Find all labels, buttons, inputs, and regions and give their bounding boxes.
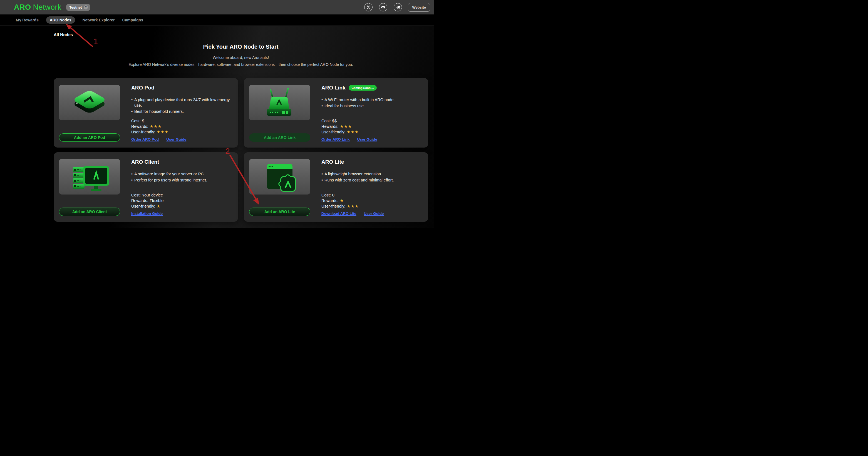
user-friendly-stars: ★★★ — [347, 204, 359, 208]
section-title-all-nodes: All Nodes — [54, 32, 73, 37]
aro-lite-device-image — [249, 159, 310, 195]
aro-client-device-image — [59, 159, 120, 195]
cost-label: Cost: — [131, 193, 141, 197]
rewards-stars: ★★★ — [150, 124, 161, 129]
nav-item-aro-nodes[interactable]: ARO Nodes — [46, 17, 75, 24]
logo-aro: ARO — [14, 3, 31, 12]
rewards-label: Rewards: — [131, 124, 148, 129]
cost-value: $ — [142, 119, 144, 123]
telegram-icon[interactable] — [394, 3, 402, 11]
card-stats: Cost:Your device Rewards:Flexible User-f… — [131, 192, 163, 209]
add-aro-lite-button[interactable]: Add an ARO Lite — [249, 207, 310, 216]
user-friendly-label: User-friendly: — [321, 204, 345, 208]
aro-network-logo[interactable]: ARO Network — [14, 3, 61, 12]
aro-pod-device-image — [59, 85, 120, 120]
cost-label: Cost: — [321, 119, 331, 123]
card-bullets: A software image for your server or PC. … — [131, 171, 232, 184]
website-button[interactable]: Website — [408, 3, 430, 12]
app-header: ARO Network Testnet ? Website — [0, 0, 434, 14]
coming-soon-badge: Coming Soon ... — [349, 85, 377, 91]
help-icon[interactable]: ? — [84, 5, 88, 9]
add-aro-client-button[interactable]: Add an ARO Client — [59, 207, 120, 216]
card-aro-pod-info: ARO Pod A plug-and-play device that runs… — [131, 85, 232, 142]
card-stats: Cost:$$ Rewards:★★★ User-friendly:★★★ — [321, 118, 359, 135]
card-stats: Cost:$ Rewards:★★★ User-friendly:★★★ — [131, 118, 169, 135]
card-aro-client: Add an ARO Client ARO Client A software … — [54, 152, 238, 222]
testnet-label: Testnet — [69, 5, 82, 9]
order-aro-pod-link[interactable]: Order ARO Pod — [131, 137, 159, 141]
card-links: Installation Guide — [131, 211, 163, 216]
card-stats: Cost:0 Rewards:★ User-friendly:★★★ — [321, 192, 359, 209]
installation-guide-link[interactable]: Installation Guide — [131, 211, 163, 216]
header-actions: Website — [364, 3, 430, 12]
order-aro-link-link[interactable]: Order ARO Link — [321, 137, 350, 141]
rewards-stars: ★★★ — [340, 124, 352, 129]
card-links: Download ARO Lite User Guide — [321, 211, 384, 216]
user-guide-link[interactable]: User Guide — [357, 137, 377, 141]
aro-network-page: ARO Network Testnet ? Website My Rewards… — [0, 0, 434, 228]
add-aro-link-button[interactable]: Add an ARO Link — [249, 133, 310, 142]
bullet-item: A plug-and-play device that runs 24/7 wi… — [131, 97, 232, 108]
card-bullets: A lightweight browser extension. Runs wi… — [321, 171, 422, 184]
card-aro-link-info: ARO Link Coming Soon ... A Wi-Fi router … — [321, 85, 422, 142]
bullet-item: Perfect for pro users with strong intern… — [131, 177, 232, 183]
testnet-badge: Testnet ? — [66, 4, 90, 11]
add-aro-pod-button[interactable]: Add an ARO Pod — [59, 133, 120, 142]
user-friendly-stars: ★ — [157, 204, 160, 208]
nav-item-campaigns[interactable]: Campaigns — [122, 18, 143, 22]
cost-value: $$ — [332, 119, 337, 123]
nav-item-network-explorer[interactable]: Network Explorer — [83, 18, 115, 22]
card-title: ARO Lite — [321, 159, 344, 165]
user-friendly-stars: ★★★ — [157, 129, 168, 134]
hero-subtitle-2: Explore ARO Network’s diverse nodes—hard… — [48, 62, 434, 67]
user-guide-link[interactable]: User Guide — [364, 211, 384, 216]
rewards-value: Flexible — [150, 198, 163, 203]
user-friendly-stars: ★★★ — [347, 129, 359, 134]
rewards-label: Rewards: — [131, 198, 148, 203]
user-friendly-label: User-friendly: — [131, 204, 155, 208]
discord-icon[interactable] — [379, 3, 387, 11]
rewards-stars: ★ — [340, 198, 344, 203]
rewards-label: Rewards: — [321, 198, 338, 203]
card-aro-pod: Add an ARO Pod ARO Pod A plug-and-play d… — [54, 78, 238, 148]
card-links: Order ARO Pod User Guide — [131, 137, 186, 141]
card-aro-lite-info: ARO Lite A lightweight browser extension… — [321, 159, 422, 216]
bullet-item: Runs with zero cost and minimal effort. — [321, 177, 422, 183]
aro-link-device-image — [249, 85, 310, 120]
cost-value: 0 — [332, 193, 335, 197]
card-bullets: A Wi-Fi router with a built-in ARO node.… — [321, 97, 422, 109]
card-title: ARO Client — [131, 159, 159, 165]
x-twitter-icon[interactable] — [364, 3, 373, 11]
user-friendly-label: User-friendly: — [321, 130, 345, 134]
card-title: ARO Link — [321, 85, 346, 91]
bullet-item: Best for household runners. — [131, 109, 232, 114]
nav-item-my-rewards[interactable]: My Rewards — [16, 18, 39, 22]
download-aro-lite-link[interactable]: Download ARO Lite — [321, 211, 356, 216]
logo-network: Network — [33, 3, 62, 12]
card-aro-link: Add an ARO Link ARO Link Coming Soon ...… — [244, 78, 428, 148]
cost-label: Cost: — [321, 193, 331, 197]
cost-value: Your device — [142, 193, 163, 197]
main-nav: My Rewards ARO Nodes Network Explorer Ca… — [0, 14, 434, 26]
card-title: ARO Pod — [131, 85, 154, 91]
hero-subtitle-1: Welcome aboard, new Aronauts! — [48, 55, 434, 60]
card-aro-lite: Add an ARO Lite ARO Lite A lightweight b… — [244, 152, 428, 222]
user-guide-link[interactable]: User Guide — [166, 137, 186, 141]
rewards-label: Rewards: — [321, 124, 338, 129]
bullet-item: A lightweight browser extension. — [321, 171, 422, 177]
card-aro-client-info: ARO Client A software image for your ser… — [131, 159, 232, 216]
bullet-item: Ideal for business use. — [321, 103, 422, 109]
bullet-item: A Wi-Fi router with a built-in ARO node. — [321, 97, 422, 102]
cost-label: Cost: — [131, 119, 141, 123]
bullet-item: A software image for your server or PC. — [131, 171, 232, 177]
card-links: Order ARO Link User Guide — [321, 137, 377, 141]
page-title: Pick Your ARO Node to Start — [48, 44, 434, 50]
card-bullets: A plug-and-play device that runs 24/7 wi… — [131, 97, 232, 115]
user-friendly-label: User-friendly: — [131, 130, 155, 134]
